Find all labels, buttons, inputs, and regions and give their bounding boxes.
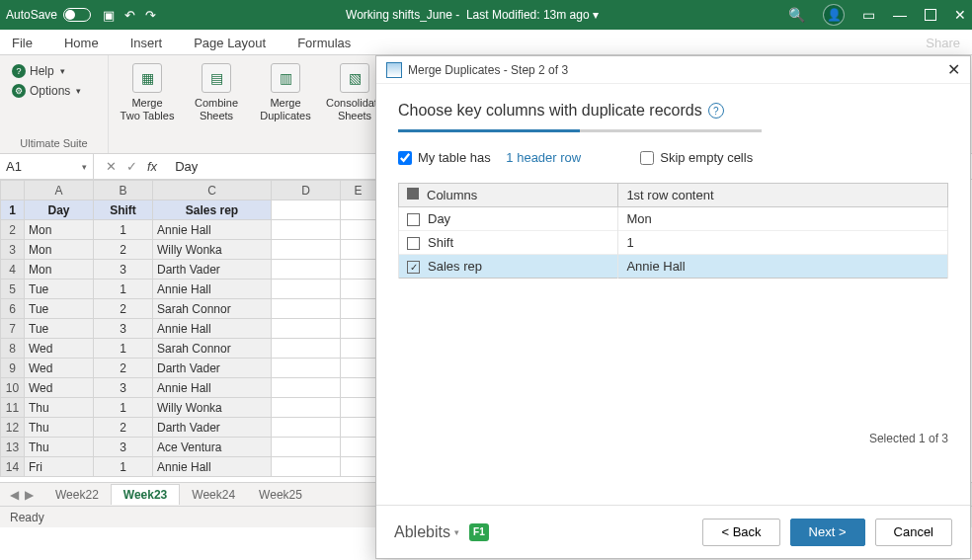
cell[interactable]: 1 bbox=[94, 280, 153, 299]
cell[interactable]: Tue bbox=[25, 299, 94, 319]
row-header[interactable]: 5 bbox=[1, 280, 25, 299]
row-header[interactable]: 9 bbox=[1, 359, 25, 378]
row-header[interactable]: 3 bbox=[1, 240, 25, 260]
row-header[interactable]: 10 bbox=[1, 378, 25, 398]
column-checkbox[interactable] bbox=[407, 213, 420, 226]
cell[interactable]: Annie Hall bbox=[153, 319, 272, 339]
cell[interactable]: Wed bbox=[25, 378, 94, 398]
search-icon[interactable]: 🔍 bbox=[788, 7, 805, 23]
spreadsheet-grid[interactable]: A B C D E 1 Day Shift Sales rep 2 Mon 1 … bbox=[0, 180, 376, 477]
cell[interactable]: Annie Hall bbox=[153, 280, 272, 299]
cell-empty[interactable] bbox=[341, 220, 376, 240]
columns-header[interactable]: Columns bbox=[399, 184, 618, 207]
autosave-switch[interactable] bbox=[63, 8, 91, 22]
cell[interactable]: Darth Vader bbox=[153, 418, 272, 438]
column-row[interactable]: ✓Sales repAnnie Hall bbox=[399, 255, 948, 279]
cell-empty[interactable] bbox=[341, 299, 376, 319]
cell[interactable]: Darth Vader bbox=[153, 359, 272, 378]
sheet-tab-week22[interactable]: Week22 bbox=[43, 485, 111, 505]
skip-empty-checkbox[interactable]: Skip empty cells bbox=[640, 150, 753, 165]
cell-empty[interactable] bbox=[341, 319, 376, 339]
column-row[interactable]: Shift1 bbox=[399, 231, 948, 255]
sheet-prev-icon[interactable]: ◀ bbox=[10, 488, 19, 502]
dialog-close-button[interactable]: ✕ bbox=[947, 60, 960, 79]
sheet-next-icon[interactable]: ▶ bbox=[25, 488, 34, 502]
cell-empty[interactable] bbox=[341, 438, 376, 457]
cell[interactable]: Annie Hall bbox=[153, 220, 272, 240]
cell[interactable]: 3 bbox=[94, 438, 153, 457]
share-button[interactable]: Share bbox=[924, 32, 962, 54]
cell[interactable]: Fri bbox=[25, 457, 94, 477]
next-button[interactable]: Next > bbox=[790, 519, 865, 546]
cell-empty[interactable] bbox=[272, 438, 341, 457]
cell-empty[interactable] bbox=[272, 359, 341, 378]
row-header[interactable]: 1 bbox=[1, 200, 25, 220]
cell[interactable]: Willy Wonka bbox=[153, 398, 272, 418]
save-icon[interactable]: ▣ bbox=[103, 8, 115, 23]
col-header-d[interactable]: D bbox=[272, 181, 341, 200]
cell-empty[interactable] bbox=[341, 378, 376, 398]
cell[interactable]: Mon bbox=[25, 240, 94, 260]
autosave-toggle[interactable]: AutoSave bbox=[6, 8, 91, 22]
undo-icon[interactable]: ↶ bbox=[124, 8, 135, 23]
cell[interactable]: Darth Vader bbox=[153, 260, 272, 280]
name-box[interactable]: A1▾ bbox=[0, 154, 94, 179]
cell-empty[interactable] bbox=[272, 260, 341, 280]
cell-empty[interactable] bbox=[272, 398, 341, 418]
row-header[interactable]: 12 bbox=[1, 418, 25, 438]
row-header[interactable]: 11 bbox=[1, 398, 25, 418]
cell-empty[interactable] bbox=[341, 280, 376, 299]
cell[interactable]: Tue bbox=[25, 280, 94, 299]
help-button[interactable]: ?Help▾ bbox=[8, 61, 100, 81]
options-button[interactable]: ⚙Options▾ bbox=[8, 81, 100, 101]
cell[interactable]: Wed bbox=[25, 359, 94, 378]
col-header-a[interactable]: A bbox=[25, 181, 94, 200]
tab-formulas[interactable]: Formulas bbox=[295, 32, 353, 54]
cell[interactable]: Annie Hall bbox=[153, 378, 272, 398]
col-header-c[interactable]: C bbox=[153, 181, 272, 200]
cell-empty[interactable] bbox=[341, 240, 376, 260]
row-header[interactable]: 4 bbox=[1, 260, 25, 280]
cell-empty[interactable] bbox=[272, 240, 341, 260]
cell[interactable]: Ace Ventura bbox=[153, 438, 272, 457]
row-header[interactable]: 2 bbox=[1, 220, 25, 240]
row-header[interactable]: 14 bbox=[1, 457, 25, 477]
cell-empty[interactable] bbox=[272, 418, 341, 438]
cell-empty[interactable] bbox=[341, 398, 376, 418]
col-header-e[interactable]: E bbox=[341, 181, 376, 200]
cell-empty[interactable] bbox=[272, 378, 341, 398]
cell[interactable]: Sarah Connor bbox=[153, 299, 272, 319]
cell-empty[interactable] bbox=[341, 339, 376, 359]
cell[interactable]: Annie Hall bbox=[153, 457, 272, 477]
cell[interactable]: 2 bbox=[94, 299, 153, 319]
cell-empty[interactable] bbox=[272, 339, 341, 359]
cell-empty[interactable] bbox=[272, 299, 341, 319]
row-header[interactable]: 7 bbox=[1, 319, 25, 339]
cell-empty[interactable] bbox=[341, 260, 376, 280]
cell[interactable]: 2 bbox=[94, 418, 153, 438]
f1-help-badge[interactable]: F1 bbox=[469, 523, 489, 541]
cancel-entry-icon[interactable]: ✕ bbox=[106, 159, 117, 174]
cell[interactable]: Wed bbox=[25, 339, 94, 359]
cell[interactable]: 3 bbox=[94, 260, 153, 280]
cell[interactable]: Thu bbox=[25, 418, 94, 438]
cell-empty[interactable] bbox=[272, 280, 341, 299]
cell[interactable]: 1 bbox=[94, 220, 153, 240]
col-header-b[interactable]: B bbox=[94, 181, 153, 200]
enter-icon[interactable]: ✓ bbox=[126, 159, 137, 174]
sheet-tab-week24[interactable]: Week24 bbox=[180, 485, 247, 505]
select-all-checkbox[interactable] bbox=[407, 188, 419, 200]
cell[interactable]: 2 bbox=[94, 359, 153, 378]
cell-empty[interactable] bbox=[272, 220, 341, 240]
cell[interactable]: Mon bbox=[25, 260, 94, 280]
merge-two-tables-button[interactable]: ▦Merge Two Tables bbox=[113, 59, 182, 121]
tab-home[interactable]: Home bbox=[62, 32, 101, 54]
maximize-button[interactable] bbox=[925, 9, 936, 21]
cell[interactable]: 1 bbox=[94, 457, 153, 477]
sheet-tab-week23[interactable]: Week23 bbox=[111, 484, 180, 505]
sheet-tab-week25[interactable]: Week25 bbox=[247, 485, 314, 505]
tab-file[interactable]: File bbox=[10, 32, 35, 54]
row-header[interactable]: 6 bbox=[1, 299, 25, 319]
cell-empty[interactable] bbox=[272, 457, 341, 477]
row-header[interactable]: 13 bbox=[1, 438, 25, 457]
